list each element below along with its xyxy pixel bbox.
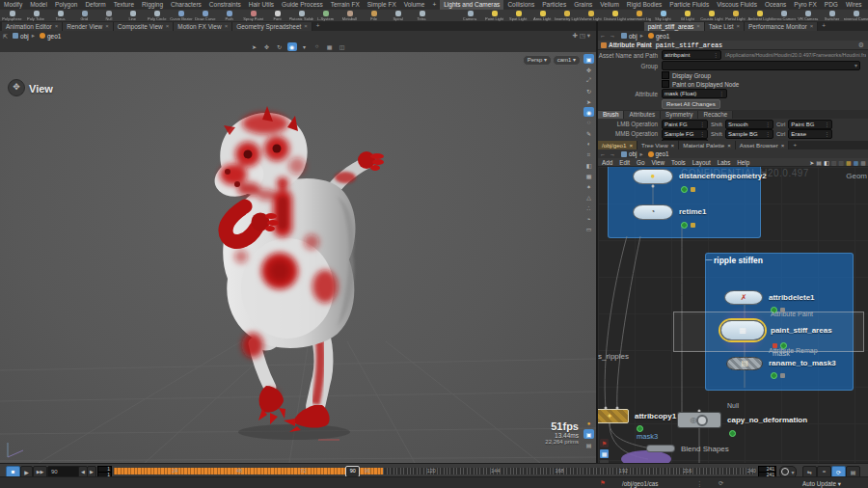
display-group-checkbox[interactable]	[662, 71, 669, 79]
shelf-tab-modify[interactable]: Modify	[0, 0, 26, 10]
shelf-tab-deform[interactable]: Deform	[81, 0, 109, 10]
node-shape[interactable]: ✗	[724, 290, 763, 305]
menu-go[interactable]: Go	[637, 159, 644, 166]
shelf-tab-rigging[interactable]: Rigging	[138, 0, 167, 10]
close-icon[interactable]: ×	[105, 22, 109, 31]
shelf-tool-volume-light[interactable]: Volume Light	[579, 11, 603, 21]
close-icon[interactable]: ×	[810, 22, 814, 31]
shelf-tool-area-light[interactable]: Area Light	[530, 11, 555, 21]
gear-icon[interactable]: ⚙	[858, 41, 864, 49]
menu-layout[interactable]: Layout	[692, 159, 711, 166]
pin-icon[interactable]: ▩	[860, 159, 866, 166]
shelf-tab-wires[interactable]: Wires	[842, 0, 866, 10]
shelf-tab-lights-and-cameras[interactable]: Lights and Cameras	[440, 0, 503, 10]
shade-mode-icon[interactable]: ◧	[583, 160, 594, 170]
pane-tab-render-view[interactable]: Render View×	[63, 22, 114, 31]
close-icon[interactable]: ×	[736, 22, 740, 31]
menu-edit[interactable]: Edit	[619, 159, 630, 166]
node-flags[interactable]	[681, 222, 695, 229]
group-input[interactable]: ▾	[662, 61, 860, 70]
node-flags[interactable]	[729, 430, 736, 437]
shelf-tab-model[interactable]: Model	[26, 0, 51, 10]
menu-add[interactable]: Add	[602, 159, 612, 166]
shelf-tool-poly-tube[interactable]: Poly Tube	[24, 11, 48, 21]
normals-icon[interactable]: △	[583, 192, 594, 202]
view-tool-icon[interactable]: ✥	[8, 79, 25, 96]
shelf-tool-camera[interactable]: Camera	[458, 11, 482, 21]
shelf-tab-simple-fx[interactable]: Simple FX	[364, 0, 400, 10]
shelf-tool-spot-light[interactable]: Spot Light	[506, 11, 530, 21]
palette-icon[interactable]: ▩	[854, 159, 859, 166]
net-breadcrumb-obj[interactable]: obj	[629, 150, 637, 157]
pane-tab-take-list[interactable]: Take List×	[705, 22, 745, 31]
network-tab-tree-view[interactable]: Tree View×	[637, 141, 679, 149]
network-tab-asset-browser[interactable]: Asset Browser×	[736, 141, 790, 149]
shelf-tool-distant-light[interactable]: Distant Light	[603, 11, 627, 21]
mmb-shift-dropdown[interactable]: Sample BG⋮	[725, 129, 773, 139]
shelf-tool-gi-light[interactable]: GI Light	[675, 11, 699, 21]
shelf-tab-characters[interactable]: Characters	[167, 0, 205, 10]
snap-icon[interactable]: ○	[312, 42, 322, 51]
shelf-tool-caustic-light[interactable]: Caustic Light	[699, 11, 723, 21]
shelf-tab-add[interactable]: +	[428, 0, 440, 10]
persp-view-pill[interactable]: Persp ▾	[523, 55, 552, 66]
handles-icon[interactable]: ◉	[287, 42, 297, 51]
update-mode-dropdown[interactable]: Auto Update ▾	[802, 480, 841, 487]
display-flag-icon[interactable]	[729, 430, 736, 437]
error-flag-icon[interactable]: ⚑	[600, 479, 606, 486]
shelf-tab-grains[interactable]: Grains	[570, 0, 596, 10]
points-icon[interactable]: ∴	[583, 203, 594, 212]
tab-symmetry[interactable]: Symmetry	[661, 111, 698, 119]
close-icon[interactable]: ×	[304, 22, 308, 31]
shelf-tab-particles[interactable]: Particles	[538, 0, 570, 10]
visibility-icon[interactable]: ◐	[583, 139, 594, 149]
shelf-tool-poly-circle[interactable]: Poly Circle	[145, 11, 169, 21]
shelf-tool-geometry-light[interactable]: Geometry Light	[555, 11, 579, 21]
shelf-tool-file[interactable]: File	[362, 11, 386, 21]
node-shape[interactable]	[646, 445, 675, 452]
contrast-icon[interactable]: ◧	[824, 159, 829, 166]
shelf-tool-switcher[interactable]: Switcher	[820, 11, 844, 21]
display-options-icon[interactable]: ▤	[583, 440, 594, 449]
timeline-range-bar[interactable]	[114, 468, 383, 474]
shelf-tool-sky-light[interactable]: Sky Light	[651, 11, 675, 21]
lmb-operation-dropdown[interactable]: Paint FG⋮	[662, 120, 708, 129]
shelf-tab-vellum[interactable]: Vellum	[596, 0, 623, 10]
lock-flag-icon[interactable]	[691, 187, 695, 192]
pane-tab-geometry-spreadsheet[interactable]: Geometry Spreadsheet×	[232, 22, 312, 31]
node-shape[interactable]: ◔	[633, 204, 673, 220]
shelf-tab-polygon[interactable]: Polygon	[51, 0, 82, 10]
lighting-icon[interactable]: ✶	[583, 181, 594, 191]
attribute-dropdown[interactable]: mask (Float)⋮	[662, 89, 727, 98]
dim-icon[interactable]: ▥	[838, 159, 844, 166]
shelf-tab-viscous-fluids[interactable]: Viscous Fluids	[713, 0, 761, 10]
grid-icon[interactable]: ▦	[325, 42, 335, 51]
node-shape[interactable]: ✦	[598, 409, 629, 423]
shelf-tool-platonic-solids[interactable]: Platonic Solids	[289, 11, 313, 21]
note-icon[interactable]: ▤	[816, 159, 822, 166]
asset-name-dropdown[interactable]: attribpaint⋮	[662, 50, 721, 60]
lmb-shift-dropdown[interactable]: Smooth⋮	[725, 120, 773, 129]
net-forward-icon[interactable]: →	[610, 151, 615, 157]
translate-icon[interactable]: ✥	[262, 42, 272, 51]
pane-tab-animation-editor[interactable]: Animation Editor×	[2, 22, 63, 31]
shelf-tool-environment-light[interactable]: Environment Light	[627, 11, 651, 21]
select-arrow-icon[interactable]: ➤	[250, 42, 259, 51]
node-flags[interactable]	[637, 425, 643, 432]
tab-brush[interactable]: Brush	[598, 111, 624, 119]
view-mode-icon[interactable]: ▣	[583, 54, 594, 64]
node-shape[interactable]: ▦	[720, 320, 765, 340]
close-icon[interactable]: ×	[166, 22, 170, 31]
brush-select-icon[interactable]: ✎	[583, 128, 594, 138]
display-flag-icon[interactable]	[681, 186, 688, 193]
panel-node-name[interactable]: paint_stiff_areas	[656, 41, 722, 49]
shelf-tool-spray-paint[interactable]: Spray Paint	[241, 11, 265, 21]
panel-breadcrumb-geo1[interactable]: geo1	[656, 33, 669, 40]
error-badge-icon[interactable]: ⚑	[600, 439, 609, 447]
camera-select-pill[interactable]: cam1 ▾	[553, 55, 581, 66]
shelf-tool-curve-bezier[interactable]: Curve Bezier	[169, 11, 193, 21]
shelf-tab-particle-fluids[interactable]: Particle Fluids	[665, 0, 713, 10]
lasso-icon[interactable]: ◌	[583, 118, 594, 127]
shelf-tab-oceans[interactable]: Oceans	[761, 0, 790, 10]
close-icon[interactable]: ×	[671, 141, 675, 149]
